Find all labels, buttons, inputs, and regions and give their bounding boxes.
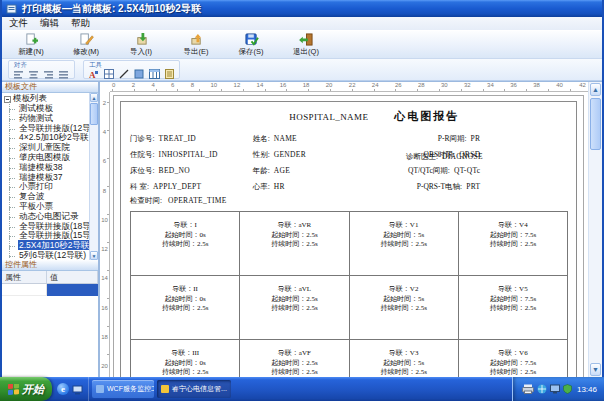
control-props-header: 控件属性 xyxy=(2,260,98,271)
modify-button[interactable]: 修改(M) xyxy=(63,32,109,58)
template-tree-item[interactable]: 5列6导联(12导联) xyxy=(4,251,89,260)
exit-button[interactable]: 退出(Q) xyxy=(283,32,329,58)
horizontal-ruler: 024681012141618202224262830323436384042 xyxy=(110,82,588,92)
lead-cell[interactable]: 导联：V6 起始时间：7.5s 持续时间：2.5s xyxy=(459,340,568,377)
prop-col-value: 值 xyxy=(47,271,98,283)
info-row: 门诊号:TREAT_ID 姓名:NAME P-R间期:PR xyxy=(130,131,568,147)
show-desktop-icon[interactable] xyxy=(72,384,83,395)
info-row: 床位号:BED_NO 年龄:AGE QT/QTc间期:QT-QTc xyxy=(130,163,568,179)
align-left-icon[interactable] xyxy=(14,70,24,79)
scroll-down-icon[interactable]: ▼ xyxy=(90,251,98,260)
property-row[interactable] xyxy=(2,284,98,296)
save-button[interactable]: 保存(S) xyxy=(228,32,274,58)
lead-cell[interactable]: 导联：V4 起始时间：7.5s 持续时间：2.5s xyxy=(459,212,568,276)
property-name-cell[interactable] xyxy=(2,284,47,296)
info-row: 住院号:INHOSPITAL_ID 性别:GENDER QRS时限:QRSD xyxy=(130,147,568,163)
lead-cell[interactable]: 导联：aVR 起始时间：2.5s 持续时间：2.5s xyxy=(240,212,349,276)
align-justify-icon[interactable] xyxy=(59,70,69,79)
task-icon xyxy=(96,385,104,393)
menu-help[interactable]: 帮助 xyxy=(71,17,90,30)
window-title: 打印模板—当前模板: 2.5X4加10秒2导联 xyxy=(22,2,201,16)
network-tray-icon[interactable] xyxy=(537,384,547,394)
grid-tool-icon[interactable] xyxy=(104,69,114,79)
system-tray: 13:46 xyxy=(512,377,604,401)
tree-scrollbar[interactable]: ▲ ▼ xyxy=(89,93,98,260)
text-tool-icon[interactable]: A xyxy=(89,69,99,79)
info-row: 科 室:APPLY_DEPT 心率:HR P-QRS-T电轴:PRT xyxy=(130,179,568,195)
main-toolbar: 新建(N) 修改(M) 导入(I) 导出(E) xyxy=(2,31,602,59)
lead-cell[interactable]: 导联：V3 起始时间：5s 持续时间：2.5s xyxy=(350,340,459,377)
export-button[interactable]: 导出(E) xyxy=(173,32,219,58)
lead-cell[interactable]: 导联：V5 起始时间：7.5s 持续时间：2.5s xyxy=(459,276,568,340)
taskbar-task-ecg-system[interactable]: 睿宁心电信息管... xyxy=(157,380,231,398)
report-title[interactable]: 心电图报告 xyxy=(394,109,459,124)
vertical-scrollbar[interactable]: ▲ ▼ xyxy=(588,82,602,377)
diagnose-field[interactable]: 诊断医生:DIAGNOSE xyxy=(406,152,483,162)
scroll-thumb[interactable] xyxy=(590,98,601,150)
scroll-down-icon[interactable]: ▼ xyxy=(590,363,601,376)
template-files-header: 模板文件 xyxy=(2,82,98,93)
line-tool-icon[interactable] xyxy=(119,69,129,79)
report-border: HOSPITAL_NAME 心电图报告 门诊号:TREAT_ID 姓名:NAME… xyxy=(120,101,577,377)
lead-grid: 导联：I 起始时间：0s 持续时间：2.5s 导联：aVR 起始时间：2.5s … xyxy=(130,211,568,377)
title-bar: 打印模板—当前模板: 2.5X4加10秒2导联 xyxy=(2,0,602,17)
save-floppy-icon xyxy=(244,33,259,46)
printer-tray-icon[interactable] xyxy=(522,384,534,394)
shield-tray-icon[interactable] xyxy=(563,384,572,394)
quick-launch: e xyxy=(52,377,89,401)
print-template-window: 打印模板—当前模板: 2.5X4加10秒2导联 文件 编辑 帮助 新建(N) 修… xyxy=(0,0,604,377)
secondary-toolbar: 对齐 工具 A xyxy=(2,59,602,81)
list-tool-icon[interactable] xyxy=(165,69,174,79)
scroll-up-icon[interactable]: ▲ xyxy=(90,93,98,102)
lead-cell[interactable]: 导联：V1 起始时间：5s 持续时间：2.5s xyxy=(350,212,459,276)
start-button[interactable]: 开始 xyxy=(0,377,52,401)
rectangle-tool-icon[interactable] xyxy=(134,69,144,79)
lead-cell[interactable]: 导联：I 起始时间：0s 持续时间：2.5s xyxy=(131,212,240,276)
lead-cell[interactable]: 导联：aVF 起始时间：2.5s 持续时间：2.5s xyxy=(240,340,349,377)
app-icon xyxy=(6,3,18,15)
report-header: HOSPITAL_NAME 心电图报告 xyxy=(121,109,576,124)
edit-pencil-icon xyxy=(79,33,94,46)
import-button[interactable]: 导入(I) xyxy=(118,32,164,58)
client-area: 模板文件 模板列表 测试模板 药物测试 全导联拼接版(12导联) xyxy=(2,81,602,377)
monitor-tray-icon[interactable] xyxy=(550,384,560,394)
vertical-ruler: 2468101214161820 xyxy=(100,92,110,377)
export-arrow-icon xyxy=(189,33,204,46)
import-arrow-icon xyxy=(134,33,149,46)
scroll-up-icon[interactable]: ▲ xyxy=(590,83,601,96)
tree-scroll-thumb[interactable] xyxy=(90,103,98,125)
property-grid: 属性 值 xyxy=(2,271,98,377)
report-page[interactable]: HOSPITAL_NAME 心电图报告 门诊号:TREAT_ID 姓名:NAME… xyxy=(113,95,584,377)
svg-text:A: A xyxy=(89,70,96,79)
tools-group: 工具 A xyxy=(83,60,180,79)
menu-edit[interactable]: 编辑 xyxy=(40,17,59,30)
tools-group-title: 工具 xyxy=(89,61,174,68)
task-icon xyxy=(161,385,169,393)
design-canvas[interactable]: 024681012141618202224262830323436384042 … xyxy=(100,82,602,377)
lead-cell[interactable]: 导联：III 起始时间：0s 持续时间：2.5s xyxy=(131,340,240,377)
new-button[interactable]: 新建(N) xyxy=(8,32,54,58)
menu-file[interactable]: 文件 xyxy=(9,17,28,30)
new-document-icon xyxy=(24,33,39,46)
clock: 13:46 xyxy=(577,385,597,394)
table-tool-icon[interactable] xyxy=(149,69,160,79)
hospital-name-field[interactable]: HOSPITAL_NAME xyxy=(289,112,368,122)
taskbar-task-monitor-tool[interactable]: WCF服务监控工具 xyxy=(92,380,154,398)
windows-taskbar: 开始 e WCF服务监控工具 睿宁心电信息管... 13:46 xyxy=(0,377,604,401)
template-tree: 模板列表 测试模板 药物测试 全导联拼接版(12导联) 4× xyxy=(2,93,98,260)
lead-cell[interactable]: 导联：V2 起始时间：5s 持续时间：2.5s xyxy=(350,276,459,340)
exit-door-icon xyxy=(299,33,314,46)
exam-time-field[interactable]: 检查时间: OPERATE_TIME xyxy=(130,196,568,209)
lead-cell[interactable]: 导联：II 起始时间：0s 持续时间：2.5s xyxy=(131,276,240,340)
lead-cell[interactable]: 导联：aVL 起始时间：2.5s 持续时间：2.5s xyxy=(240,276,349,340)
patient-info-block: 门诊号:TREAT_ID 姓名:NAME P-R间期:PR 住院号:INHOSP… xyxy=(130,131,568,195)
align-group: 对齐 xyxy=(8,60,75,79)
internet-explorer-icon[interactable]: e xyxy=(57,383,69,395)
prop-col-name: 属性 xyxy=(2,271,47,283)
align-center-icon[interactable] xyxy=(29,70,39,79)
sidebar: 模板文件 模板列表 测试模板 药物测试 全导联拼接版(12导联) xyxy=(2,82,100,377)
template-tree-item[interactable]: 小票打印 xyxy=(4,182,89,192)
windows-flag-icon xyxy=(8,384,19,395)
property-value-cell[interactable] xyxy=(47,284,98,296)
align-right-icon[interactable] xyxy=(44,70,54,79)
